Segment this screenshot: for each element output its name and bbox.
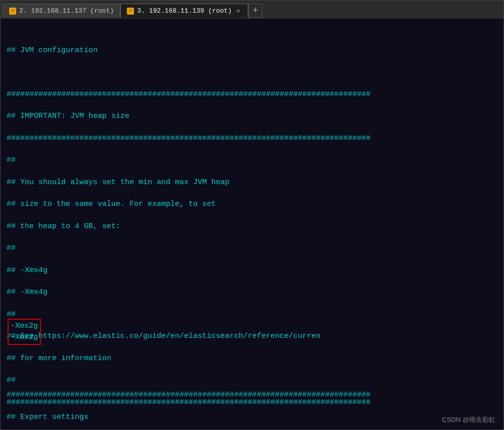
line-9: ## the heap to 4 GB, set: [7, 221, 497, 232]
watermark: CSDN @雨去彩虹 [442, 415, 495, 424]
tab-2-icon: ⚡ [127, 8, 134, 15]
line-23: ########################################… [7, 390, 371, 401]
tab-2-label: 3. 192.168.11.139 (root) [137, 7, 232, 15]
line-2 [7, 67, 497, 78]
tab-bar: ⚡ 2. 192.168.11.137 (root) ⚡ 3. 192.168.… [1, 1, 503, 19]
line-7: ## You should always set the min and max… [7, 177, 497, 188]
add-tab-button[interactable]: + [248, 4, 262, 18]
tab-1[interactable]: ⚡ 2. 192.168.11.137 (root) [3, 4, 120, 18]
line-5: ########################################… [7, 133, 497, 144]
line-22 [7, 368, 371, 379]
line-6: ## [7, 155, 497, 166]
line-1: ## JVM configuration [7, 45, 497, 56]
line-14: ## See https://www.elastic.co/guide/en/e… [7, 331, 497, 342]
tab-1-icon: ⚡ [9, 8, 16, 15]
terminal-window: ⚡ 2. 192.168.11.137 (root) ⚡ 3. 192.168.… [0, 0, 504, 430]
line-12: ## -Xmx4g [7, 287, 497, 298]
line-8: ## size to the same value. For example, … [7, 199, 497, 210]
line-3: ########################################… [7, 89, 497, 100]
terminal-content-after: ########################################… [7, 357, 371, 429]
line-24: ## Expert settings [7, 412, 371, 423]
line-10: ## [7, 243, 497, 254]
line-4: ## IMPORTANT: JVM heap size [7, 111, 497, 122]
line-13: ## [7, 309, 497, 320]
highlight-box: -Xms2g -Xmx2g [8, 319, 41, 345]
terminal-body: ## JVM configuration ###################… [1, 19, 503, 429]
line-11: ## -Xms4g [7, 265, 497, 276]
highlighted-line-2: -Xmx2g [11, 332, 38, 343]
tab-2[interactable]: ⚡ 3. 192.168.11.139 (root) ✕ [120, 4, 248, 18]
tab-1-label: 2. 192.168.11.137 (root) [19, 7, 114, 15]
tab-2-close-button[interactable]: ✕ [235, 8, 242, 15]
highlighted-line-1: -Xms2g [11, 321, 38, 332]
